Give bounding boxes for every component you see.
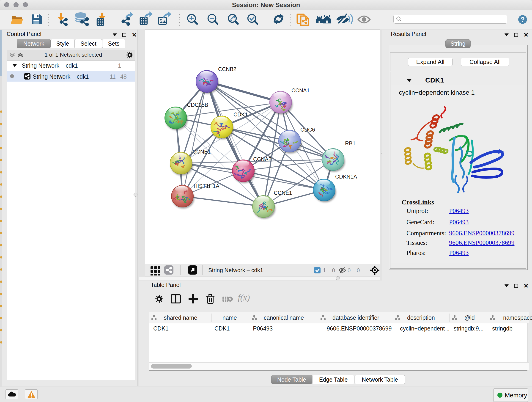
svg-text:RB1: RB1 (345, 140, 355, 147)
svg-text:CCNE1: CCNE1 (274, 190, 292, 196)
svg-text:CCNB2: CCNB2 (218, 66, 236, 72)
svg-text:CDKN1A: CDKN1A (335, 174, 357, 180)
svg-text:CCNA2: CCNA2 (253, 156, 272, 162)
svg-text:CCNB1: CCNB1 (192, 149, 211, 155)
svg-text:HIST1H1A: HIST1H1A (194, 183, 220, 189)
svg-text:CCNA1: CCNA1 (291, 88, 310, 94)
svg-text:CDC25B: CDC25B (187, 102, 208, 108)
svg-text:CDK1: CDK1 (234, 112, 248, 118)
svg-text:CDC6: CDC6 (300, 127, 315, 133)
